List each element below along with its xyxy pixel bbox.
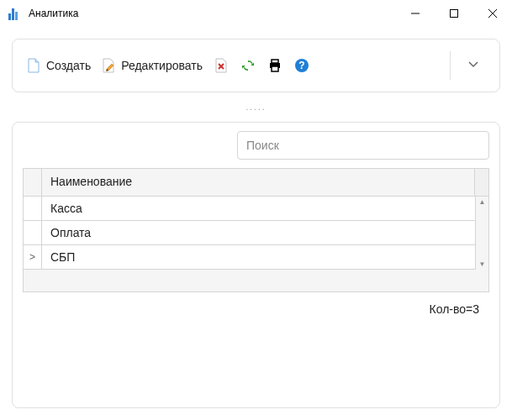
scroll-down-arrow[interactable]: ▼ [476,260,488,268]
grid-header-name[interactable]: Наименование [42,169,475,196]
app-window: Аналитика Создать [0,0,512,420]
maximize-button[interactable] [435,0,473,27]
close-button[interactable] [473,0,512,27]
toolbar-main: Создать Редактировать [26,57,446,74]
grid-footer [24,270,488,291]
toolbar-expand-button[interactable] [461,55,486,76]
count-label: Кол-во=3 [23,292,489,319]
help-icon: ? [294,58,309,73]
table-row[interactable]: Касса [24,197,475,221]
maximize-icon [450,9,458,18]
refresh-icon [240,58,256,73]
create-button[interactable]: Создать [26,58,91,73]
delete-document-icon [214,58,229,73]
window-controls [396,0,512,27]
table-row[interactable]: >СБП [24,245,475,270]
minimize-icon [411,9,420,18]
close-icon [488,9,497,18]
grid-body: КассаОплата>СБП [24,197,475,270]
grid-header: Наименование [24,169,488,197]
svg-rect-1 [451,10,458,18]
grid-scrollbar[interactable]: ▲ ▼ [475,197,488,270]
app-icon [8,7,22,20]
svg-rect-7 [272,66,278,71]
row-name-cell: Касса [42,197,475,220]
new-document-icon [26,58,41,73]
chevron-down-icon [467,58,479,70]
grid-panel: Наименование КассаОплата>СБП ▲ ▼ Кол-во=… [12,122,500,408]
splitter-handle[interactable]: ..... [12,101,500,113]
grid-header-expand-col [24,169,42,196]
toolbar-divider [450,51,451,80]
titlebar: Аналитика [0,0,512,27]
grid-header-scroll-spacer [475,169,488,196]
row-name-cell: СБП [42,245,475,269]
scroll-up-arrow[interactable]: ▲ [476,198,488,206]
row-expand-cell [24,221,42,244]
minimize-button[interactable] [396,0,435,27]
search-input[interactable] [237,131,489,160]
window-title: Аналитика [29,8,396,19]
print-icon [267,58,282,73]
create-label: Создать [46,59,91,72]
toolbar: Создать Редактировать [12,39,500,92]
edit-label: Редактировать [121,59,203,72]
refresh-button[interactable] [240,57,256,74]
search-row [23,131,489,160]
print-button[interactable] [267,57,283,74]
row-expand-cell[interactable]: > [24,245,42,269]
row-name-cell: Оплата [42,221,475,244]
edit-button[interactable]: Редактировать [101,58,203,73]
svg-text:?: ? [298,60,304,71]
help-button[interactable]: ? [293,57,310,74]
svg-rect-6 [272,60,278,63]
edit-document-icon [101,58,116,73]
content-area: Создать Редактировать [0,27,512,420]
row-expand-cell [24,197,42,220]
delete-button[interactable] [213,57,230,74]
table-row[interactable]: Оплата [24,221,475,245]
data-grid: Наименование КассаОплата>СБП ▲ ▼ [23,168,489,292]
